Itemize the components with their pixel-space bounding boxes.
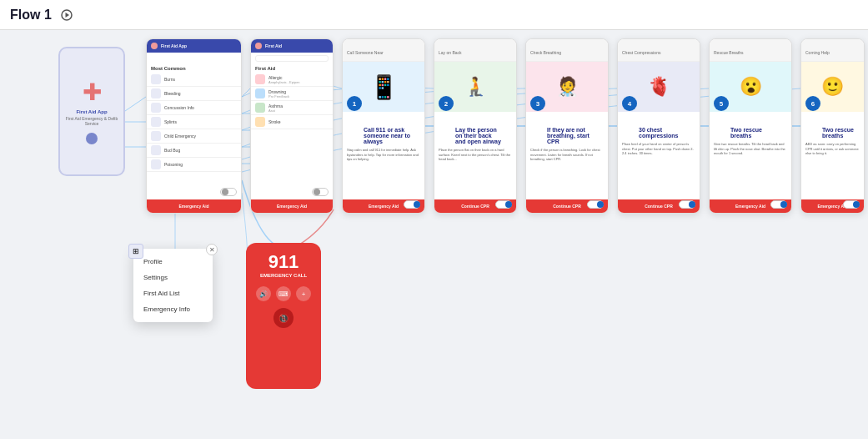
fa-item[interactable]: DrowningPro Feedback — [251, 87, 333, 101]
menu-item-firstaidlist[interactable]: First Aid List — [133, 285, 213, 301]
list-item[interactable]: Bud Bug — [147, 144, 241, 158]
cpr3-toggle[interactable] — [587, 200, 604, 209]
step6-title: Two rescuebreaths — [801, 112, 864, 140]
item-icon — [151, 159, 161, 169]
step3-title: If they are notbreathing, startCPR — [526, 112, 608, 146]
step5-body: Give two rescue breaths. Tilt the head b… — [710, 140, 791, 158]
main-app-screen[interactable]: First Aid App Most Common Burns Bleeding… — [146, 38, 242, 214]
svg-line-5 — [242, 88, 250, 97]
compress-image-icon: 🫀 — [648, 76, 670, 98]
step5-title: Two rescuebreaths — [710, 112, 791, 140]
app-sublabel: First Aid Emergency & Defib Service — [60, 116, 123, 126]
cpr-screen-2[interactable]: Lay on Back 🧎 2 Lay the personon their b… — [434, 38, 517, 214]
step1-title: Call 911 or asksomeone near toalways — [343, 112, 424, 146]
breathing-image-icon: 🧑‍⚕️ — [556, 76, 579, 98]
cpr1-header: Call Someone Near — [343, 39, 424, 62]
item-icon — [151, 74, 161, 84]
context-menu-close-button[interactable]: ✕ — [206, 244, 218, 255]
list-item[interactable]: Bleeding — [147, 87, 241, 101]
list-item[interactable]: Burns — [147, 73, 241, 87]
svg-line-2 — [125, 97, 146, 111]
menu-item-settings[interactable]: Settings — [133, 270, 213, 285]
step1-body: Stay calm and call 911 for immediate hel… — [343, 146, 424, 164]
phone-dot — [86, 133, 98, 144]
header-bar: Flow 1 — [0, 0, 868, 30]
svg-marker-1 — [65, 13, 69, 18]
step-circle-6: 6 — [805, 96, 820, 111]
fa-icon — [255, 88, 265, 98]
phone-app-card[interactable]: ✚ First Aid App First Aid Emergency & De… — [58, 47, 125, 176]
cpr2-toggle[interactable] — [495, 200, 512, 209]
fa-header-text: First Aid — [265, 43, 282, 48]
cross-icon: ✚ — [83, 78, 102, 106]
cpr-screen-1[interactable]: Call Someone Near 📱 1 Call 911 or asksom… — [342, 38, 425, 214]
keypad-button[interactable]: ⌨ — [276, 286, 291, 301]
most-common-label: Most Common — [147, 64, 241, 73]
step-circle-2: 2 — [439, 96, 454, 111]
flow-title: Flow 1 — [10, 8, 52, 23]
cpr5-header: Rescue Breaths — [710, 39, 791, 62]
toggle-switch[interactable] — [220, 188, 237, 196]
first-aid-screen[interactable]: First Aid First Aid AllergicAnaphylaxis … — [250, 38, 334, 214]
item-icon — [151, 103, 161, 113]
step2-body: Place the person flat on their back on a… — [434, 146, 516, 164]
item-icon — [151, 131, 161, 141]
add-call-button[interactable]: + — [296, 286, 311, 301]
item-icon — [151, 117, 161, 127]
list-item[interactable]: Concussion Info — [147, 101, 241, 115]
cpr4-toggle[interactable] — [679, 200, 695, 209]
menu-item-emergencyinfo[interactable]: Emergency Info — [133, 301, 213, 317]
cpr5-toggle[interactable] — [770, 200, 787, 209]
call-controls: 🔊 ⌨ + — [256, 286, 311, 301]
cpr2-header: Lay on Back — [434, 39, 516, 62]
step-circle-4: 4 — [622, 96, 637, 111]
fa-item[interactable]: AsthmaAsst — [251, 101, 333, 115]
fa-item[interactable]: AllergicAnaphylaxis - Epipen — [251, 73, 333, 87]
step3-body: Check if the person is breathing. Look f… — [526, 146, 608, 164]
fa-icon — [255, 74, 265, 84]
step-circle-1: 1 — [347, 96, 362, 111]
cpr-screen-4[interactable]: Chest Compressions 🫀 4 30 chestcompressi… — [617, 38, 700, 214]
list-item[interactable]: Child Emergency — [147, 129, 241, 144]
hangup-button[interactable]: 📵 — [273, 308, 294, 328]
step2-title: Lay the personon their backand open airw… — [434, 112, 516, 146]
fa-icon — [255, 117, 265, 127]
fa-section: First Aid — [251, 64, 333, 73]
item-icon — [151, 88, 161, 98]
step6-body: AED as soon: carry on performing CPR unt… — [801, 140, 864, 158]
app-screen-header: First Aid App — [147, 39, 241, 53]
search-bar[interactable] — [151, 55, 237, 62]
fa-bottom-bar[interactable]: Emergency Aid — [251, 199, 333, 213]
item-icon — [151, 145, 161, 155]
play-button[interactable] — [58, 7, 75, 23]
phone-image-icon: 📱 — [369, 73, 399, 101]
list-item[interactable]: Splints — [147, 115, 241, 129]
context-menu: ⊞ ✕ Profile Settings First Aid List Emer… — [133, 249, 213, 322]
fa-toggle[interactable] — [312, 188, 329, 196]
step4-body: Place heel of your hand on center of per… — [618, 140, 700, 158]
context-menu-icon: ⊞ — [128, 244, 143, 259]
fa-search[interactable] — [255, 55, 329, 62]
emergency-number: 911 — [268, 253, 299, 271]
lay-image-icon: 🧎 — [464, 76, 487, 98]
list-item[interactable]: Poisoning — [147, 158, 241, 172]
cpr3-header: Check Breathing — [526, 39, 608, 62]
cpr-screen-5[interactable]: Rescue Breaths 😮 5 Two rescuebreaths Giv… — [709, 38, 792, 214]
breath-image-icon: 😮 — [740, 76, 762, 98]
canvas: ✚ First Aid App First Aid Emergency & De… — [0, 30, 868, 439]
cpr6-header: Coming Help — [801, 39, 864, 62]
emergency-label: EMERGENCY CALL — [260, 273, 307, 278]
cpr-screen-6[interactable]: Coming Help 🙂 6 Two rescuebreaths AED as… — [800, 38, 865, 214]
cpr1-toggle[interactable] — [404, 200, 420, 209]
app-label: First Aid App — [76, 109, 107, 114]
speaker-button[interactable]: 🔊 — [256, 286, 271, 301]
step4-title: 30 chestcompressions — [618, 112, 700, 140]
fa-item[interactable]: Stroke — [251, 115, 333, 129]
aed-image-icon: 🙂 — [821, 76, 844, 98]
menu-item-profile[interactable]: Profile — [133, 254, 213, 270]
cpr-screen-3[interactable]: Check Breathing 🧑‍⚕️ 3 If they are notbr… — [525, 38, 609, 214]
main-bottom-bar[interactable]: Emergency Aid — [147, 199, 241, 213]
cpr4-header: Chest Compressions — [618, 39, 700, 62]
cpr6-toggle[interactable] — [843, 200, 860, 209]
fa-icon — [255, 103, 265, 113]
